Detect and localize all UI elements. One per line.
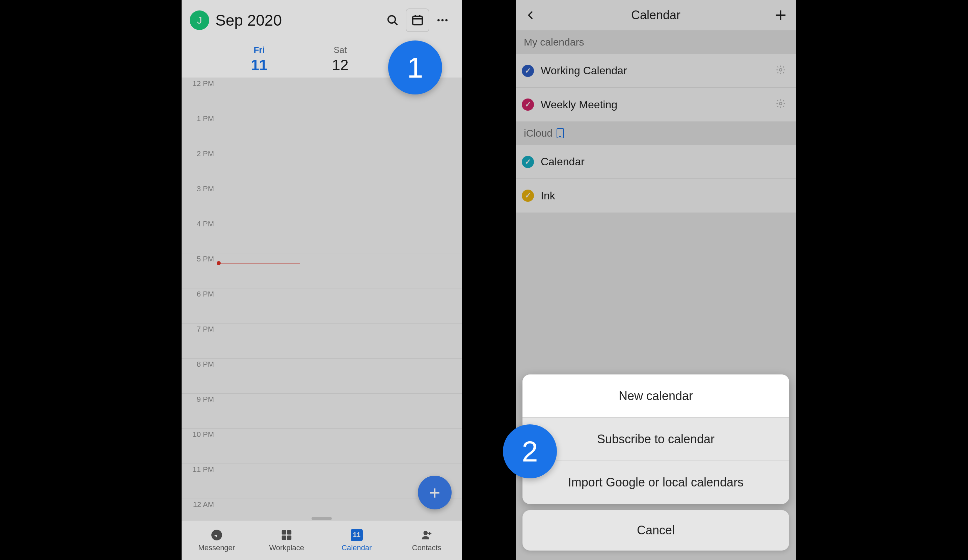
timeline[interactable]: 12 PM1 PM2 PM3 PM4 PM5 PM6 PM7 PM8 PM9 P… — [182, 78, 462, 534]
hour-row: 6 PM — [182, 288, 462, 323]
drag-handle[interactable] — [312, 517, 332, 520]
hour-row: 10 PM — [182, 428, 462, 464]
svg-point-7 — [441, 19, 444, 21]
workplace-icon — [280, 529, 293, 542]
nav-header: Calendar — [516, 0, 796, 30]
hour-label: 5 PM — [182, 253, 219, 288]
section-title: My calendars — [524, 36, 584, 48]
calendar-list-item[interactable]: ✓Calendar — [516, 145, 796, 179]
plus-icon — [774, 9, 787, 21]
action-sheet: New calendarSubscribe to calendarImport … — [516, 375, 796, 560]
hour-row: 5 PM — [182, 253, 462, 288]
hour-row: 3 PM — [182, 183, 462, 218]
svg-point-20 — [779, 102, 782, 105]
svg-rect-13 — [287, 535, 292, 540]
checkbox-icon[interactable]: ✓ — [522, 99, 534, 111]
calendar-name: Weekly Meeting — [541, 99, 776, 111]
svg-point-8 — [445, 19, 448, 21]
sheet-option[interactable]: New calendar — [522, 375, 789, 418]
current-time-dot — [217, 261, 221, 265]
checkbox-icon[interactable]: ✓ — [522, 190, 534, 202]
day-column[interactable]: Sat12 — [300, 40, 381, 78]
tab-calendar[interactable]: 11Calendar — [322, 520, 392, 560]
svg-point-0 — [388, 16, 396, 23]
checkbox-icon[interactable]: ✓ — [522, 65, 534, 77]
checkbox-icon[interactable]: ✓ — [522, 156, 534, 168]
tab-messenger[interactable]: Messenger — [182, 520, 252, 560]
day-name: Sat — [333, 45, 346, 55]
hour-row: 1 PM — [182, 113, 462, 148]
svg-line-1 — [394, 22, 397, 25]
messenger-icon — [210, 529, 223, 542]
section-title: iCloud — [524, 127, 552, 139]
tab-label: Messenger — [198, 543, 235, 552]
search-button[interactable] — [381, 9, 404, 31]
gear-icon — [776, 99, 786, 109]
tab-workplace[interactable]: Workplace — [252, 520, 322, 560]
hour-label: 1 PM — [182, 113, 219, 148]
hour-label: 9 PM — [182, 394, 219, 428]
chevron-left-icon — [525, 10, 536, 21]
svg-point-6 — [438, 19, 440, 21]
hour-row: 4 PM — [182, 218, 462, 253]
hour-row: 9 PM — [182, 393, 462, 428]
hour-label: 6 PM — [182, 288, 219, 323]
svg-point-14 — [424, 531, 428, 535]
add-calendar-button[interactable] — [772, 9, 789, 21]
search-icon — [386, 13, 399, 27]
calendar-name: Ink — [541, 190, 788, 202]
day-column[interactable]: Fri11 — [219, 40, 300, 78]
tab-label: Calendar — [341, 543, 371, 552]
contacts-icon — [420, 529, 433, 542]
settings-button[interactable] — [776, 99, 788, 111]
section-header: iCloud — [516, 121, 796, 145]
sheet-option[interactable]: Subscribe to calendar — [522, 418, 789, 461]
svg-rect-12 — [282, 535, 286, 540]
calendar-header: J Sep 2020 — [182, 0, 462, 40]
tab-contacts[interactable]: Contacts — [392, 520, 462, 560]
phone-screen-calendar-list: Calendar My calendars✓Working Calendar✓W… — [516, 0, 796, 560]
hour-label: 7 PM — [182, 324, 219, 358]
hour-row: 8 PM — [182, 358, 462, 393]
svg-rect-2 — [413, 16, 422, 25]
gear-icon — [776, 65, 786, 75]
back-button[interactable] — [522, 10, 539, 21]
svg-rect-11 — [287, 530, 292, 534]
calendar-list-item[interactable]: ✓Working Calendar — [516, 54, 796, 88]
hour-label: 2 PM — [182, 148, 219, 183]
more-button[interactable] — [431, 9, 454, 31]
svg-rect-10 — [282, 530, 286, 534]
hour-label: 4 PM — [182, 218, 219, 253]
hour-label: 10 PM — [182, 429, 219, 464]
hour-label: 11 PM — [182, 464, 219, 499]
callout-badge-2: 2 — [503, 425, 557, 478]
calendar-date-badge: 11 — [351, 529, 363, 541]
tab-label: Contacts — [412, 543, 441, 552]
add-event-button[interactable]: + — [418, 476, 452, 509]
hour-row: 7 PM — [182, 323, 462, 358]
hour-label: 3 PM — [182, 183, 219, 218]
calendar-list-item[interactable]: ✓Weekly Meeting — [516, 88, 796, 121]
hour-label: 8 PM — [182, 358, 219, 393]
settings-button[interactable] — [776, 65, 788, 77]
month-title[interactable]: Sep 2020 — [215, 11, 381, 29]
current-time-indicator — [219, 263, 300, 263]
day-number: 11 — [251, 57, 268, 74]
section-header: My calendars — [516, 30, 796, 54]
day-number: 12 — [332, 57, 349, 74]
day-name: Fri — [254, 45, 265, 55]
cancel-button[interactable]: Cancel — [522, 510, 789, 550]
tab-label: Workplace — [269, 543, 304, 552]
calendar-view-button[interactable] — [406, 9, 429, 31]
sheet-option[interactable]: Import Google or local calendars — [522, 461, 789, 504]
calendar-name: Working Calendar — [541, 64, 776, 77]
avatar[interactable]: J — [190, 10, 209, 30]
calendar-icon — [411, 13, 424, 27]
page-title: Calendar — [539, 8, 772, 22]
phone-icon — [557, 128, 564, 138]
callout-badge-1: 1 — [388, 40, 442, 94]
svg-point-19 — [779, 68, 782, 71]
tab-bar: MessengerWorkplace11CalendarContacts — [182, 520, 462, 560]
calendar-list-item[interactable]: ✓Ink — [516, 179, 796, 213]
more-horizontal-icon — [436, 13, 449, 27]
